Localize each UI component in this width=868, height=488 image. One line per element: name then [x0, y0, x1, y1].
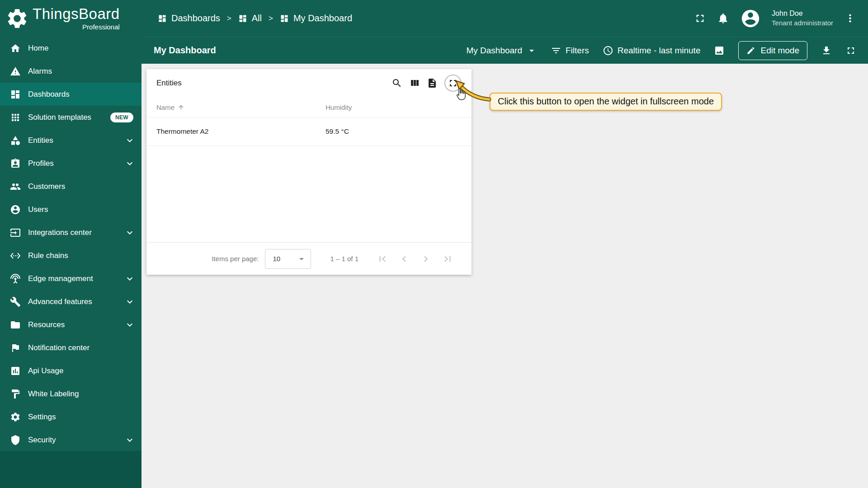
widget-header: Entities	[146, 69, 472, 97]
breadcrumb-separator: >	[269, 14, 273, 23]
sidebar-item-resources[interactable]: Resources	[0, 313, 142, 336]
sidebar-item-advanced-features[interactable]: Advanced features	[0, 290, 142, 313]
top-header: Dashboards > All > My Dashboard John Doe…	[142, 0, 868, 37]
account-circle-icon	[740, 8, 761, 29]
sidebar-item-label: Edge management	[28, 274, 93, 283]
fullscreen-icon	[845, 45, 856, 56]
sidebar-item-alarms[interactable]: Alarms	[0, 60, 142, 83]
fullscreen-button[interactable]	[694, 12, 706, 24]
page-size-select[interactable]: 10	[265, 249, 311, 269]
breadcrumb-all[interactable]: All	[238, 13, 262, 23]
profiles-icon	[10, 158, 21, 169]
dashboard-title: My Dashboard	[154, 45, 216, 56]
edit-mode-label: Edit mode	[760, 46, 799, 56]
sidebar-item-label: Security	[28, 436, 56, 445]
sidebar-item-label: Solution templates	[28, 113, 91, 122]
sidebar-item-home[interactable]: Home	[0, 37, 142, 60]
widget-search-button[interactable]	[392, 78, 402, 89]
sidebar-item-label: Notification center	[28, 343, 90, 352]
sidebar-item-integrations-center[interactable]: Integrations center	[0, 221, 142, 244]
timewindow-button[interactable]: Realtime - last minute	[603, 45, 701, 56]
filters-button[interactable]: Filters	[551, 45, 589, 56]
rule-chains-icon	[10, 250, 21, 261]
sidebar-item-profiles[interactable]: Profiles	[0, 152, 142, 175]
entities-widget: Entities Name	[146, 69, 472, 275]
search-icon	[392, 78, 402, 89]
sidebar-item-label: Entities	[28, 136, 53, 145]
user-role: Tenant administrator	[772, 19, 833, 28]
last-page-icon	[442, 253, 453, 265]
more-vert-icon	[844, 12, 856, 24]
first-page-button[interactable]	[377, 253, 388, 265]
apps-icon	[10, 112, 21, 123]
flag-icon	[10, 343, 21, 353]
page-range: 1 – 1 of 1	[330, 255, 359, 263]
sidebar-item-label: Rule chains	[28, 251, 68, 260]
column-header-humidity[interactable]: Humidity	[326, 103, 352, 111]
bell-icon	[717, 12, 729, 24]
table-row[interactable]: Thermometer A2 59.5 °C	[146, 117, 472, 146]
sidebar-item-rule-chains[interactable]: Rule chains	[0, 244, 142, 267]
sidebar-item-notification-center[interactable]: Notification center	[0, 336, 142, 359]
image-icon	[714, 45, 725, 56]
user-icon	[10, 204, 21, 215]
dashboard-fullscreen-button[interactable]	[845, 45, 856, 56]
sidebar-item-api-usage[interactable]: Api Usage	[0, 359, 142, 382]
tools-icon	[10, 296, 21, 307]
breadcrumb-label: My Dashboard	[293, 13, 352, 23]
sidebar: ThingsBoard Professional Home Alarms Das…	[0, 0, 142, 488]
sidebar-item-label: Integrations center	[28, 228, 92, 237]
widget-export-button[interactable]	[427, 78, 438, 89]
more-menu-button[interactable]	[844, 12, 856, 24]
sidebar-item-settings[interactable]: Settings	[0, 405, 142, 428]
home-icon	[10, 43, 21, 54]
entities-icon	[10, 135, 21, 146]
sidebar-item-customers[interactable]: Customers	[0, 175, 142, 198]
image-gallery-button[interactable]	[714, 45, 725, 56]
pencil-icon	[746, 46, 755, 55]
sidebar-item-edge-management[interactable]: Edge management	[0, 267, 142, 290]
export-dashboard-button[interactable]	[821, 45, 832, 56]
new-badge: NEW	[110, 113, 133, 122]
timewindow-label: Realtime - last minute	[618, 46, 701, 56]
download-icon	[821, 45, 832, 56]
dashboards-icon	[158, 14, 167, 23]
user-info[interactable]: John Doe Tenant administrator	[772, 9, 833, 27]
thingsboard-logo-icon	[5, 7, 29, 30]
user-avatar[interactable]	[740, 8, 761, 29]
breadcrumb-separator: >	[227, 14, 231, 23]
edit-mode-button[interactable]: Edit mode	[738, 41, 807, 60]
first-page-icon	[377, 253, 388, 265]
chevron-down-icon	[124, 296, 135, 307]
shield-icon	[10, 435, 21, 446]
sidebar-item-white-labeling[interactable]: White Labeling	[0, 382, 142, 405]
sidebar-item-label: Profiles	[28, 159, 54, 168]
notifications-button[interactable]	[717, 12, 729, 24]
sidebar-item-label: Resources	[28, 320, 65, 329]
thingsboard-logo[interactable]: ThingsBoard Professional	[0, 0, 142, 37]
previous-page-button[interactable]	[398, 253, 410, 265]
breadcrumb-label: All	[252, 13, 262, 23]
dashboard-select[interactable]: My Dashboard	[466, 45, 537, 56]
sidebar-menu: Home Alarms Dashboards Solution template…	[0, 37, 142, 451]
widget-columns-button[interactable]	[409, 78, 420, 89]
user-name: John Doe	[772, 9, 833, 19]
pager	[377, 253, 453, 265]
chevron-down-icon	[124, 319, 135, 330]
last-page-button[interactable]	[442, 253, 453, 265]
sidebar-item-users[interactable]: Users	[0, 198, 142, 221]
chart-icon	[10, 366, 21, 376]
chevron-down-icon	[124, 135, 135, 146]
breadcrumb-my-dashboard[interactable]: My Dashboard	[280, 13, 352, 23]
hand-cursor-icon	[455, 88, 467, 101]
sidebar-item-solution-templates[interactable]: Solution templates NEW	[0, 106, 142, 129]
sidebar-item-label: Alarms	[28, 67, 52, 76]
dashboard-toolbar: My Dashboard My Dashboard Filters Realti…	[142, 37, 868, 64]
column-header-name[interactable]: Name	[156, 103, 326, 111]
breadcrumb-dashboards[interactable]: Dashboards	[158, 13, 220, 23]
sidebar-item-dashboards[interactable]: Dashboards	[0, 83, 142, 106]
sidebar-item-entities[interactable]: Entities	[0, 129, 142, 152]
next-page-button[interactable]	[420, 253, 432, 265]
chevron-down-icon	[124, 273, 135, 284]
sidebar-item-security[interactable]: Security	[0, 428, 142, 451]
